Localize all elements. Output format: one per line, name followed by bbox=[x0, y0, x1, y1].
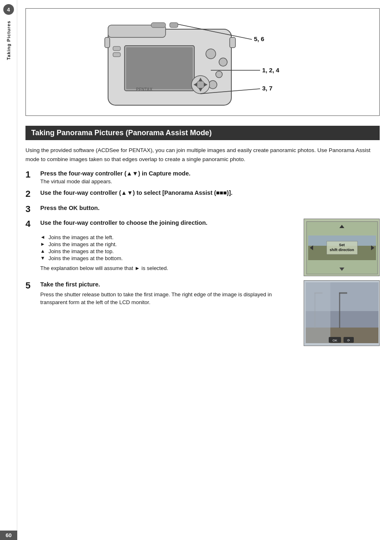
svg-text:Set: Set bbox=[339, 243, 345, 247]
svg-rect-14 bbox=[151, 23, 166, 28]
step-2-content: Use the four-way controller (▲▼) to sele… bbox=[40, 189, 380, 197]
step-5-container: 5 Take the first picture. Press the shut… bbox=[25, 280, 380, 346]
step-3-number: 3 bbox=[25, 204, 40, 215]
step-4-container: 4 Use the four-way controller to choose … bbox=[25, 219, 380, 276]
svg-point-4 bbox=[206, 49, 216, 59]
svg-point-6 bbox=[216, 71, 222, 78]
bullet-text-left: Joins the images at the left. bbox=[48, 234, 113, 240]
step-4-left: 4 Use the four-way controller to choose … bbox=[25, 219, 296, 272]
svg-text:1, 2, 4: 1, 2, 4 bbox=[262, 67, 279, 74]
step-5-number: 5 bbox=[25, 280, 40, 291]
step-4-number: 4 bbox=[25, 219, 40, 229]
sidebar: 4 Taking Pictures 60 bbox=[0, 0, 17, 540]
step-4: 4 Use the four-way controller to choose … bbox=[25, 219, 296, 229]
bullet-item-right: ► Joins the images at the right. bbox=[40, 241, 296, 248]
step-5-sub: Press the shutter release button to take… bbox=[40, 291, 296, 307]
step-5-left: 5 Take the first picture. Press the shut… bbox=[25, 280, 296, 310]
step-3: 3 Press the OK button. bbox=[25, 204, 380, 215]
svg-rect-3 bbox=[126, 47, 193, 89]
step-1-sub: The virtual mode dial appears. bbox=[40, 178, 380, 185]
step-2: 2 Use the four-way controller (▲▼) to se… bbox=[25, 189, 380, 199]
svg-rect-20 bbox=[230, 37, 235, 48]
camera-diagram: PENTAX 5, 6 1, 2, 4 3, 7 bbox=[25, 8, 380, 116]
arrow-down: ▼ bbox=[40, 255, 47, 261]
intro-text: Using the provided software (ACDSee for … bbox=[25, 146, 380, 164]
svg-text:shift direction: shift direction bbox=[330, 248, 354, 252]
svg-point-5 bbox=[219, 58, 227, 66]
step-4-image: Set shift direction bbox=[304, 219, 380, 276]
camera-svg-container: PENTAX 5, 6 1, 2, 4 3, 7 bbox=[34, 17, 371, 107]
arrow-right: ► bbox=[40, 241, 47, 247]
step-4-title: Use the four-way controller to choose th… bbox=[40, 219, 296, 227]
svg-text:PENTAX: PENTAX bbox=[136, 87, 152, 92]
nav-display-svg: Set shift direction bbox=[304, 219, 380, 276]
camera-illustration: PENTAX 5, 6 1, 2, 4 3, 7 bbox=[83, 17, 322, 107]
svg-text:3, 7: 3, 7 bbox=[262, 85, 272, 92]
svg-rect-19 bbox=[105, 37, 110, 48]
svg-point-7 bbox=[209, 81, 217, 89]
bullet-text-up: Joins the images at the top. bbox=[48, 248, 114, 254]
bullet-text-down: Joins the images at the bottom. bbox=[48, 255, 123, 261]
bullet-item-left: ◄ Joins the images at the left. bbox=[40, 234, 296, 241]
step-1-content: Press the four-way controller (▲▼) in Ca… bbox=[40, 169, 380, 185]
step-5: 5 Take the first picture. Press the shut… bbox=[25, 280, 296, 306]
landscape-photo-svg: OK ⟳ bbox=[304, 281, 380, 346]
svg-point-9 bbox=[196, 81, 205, 89]
step-3-title: Press the OK button. bbox=[40, 204, 380, 212]
svg-rect-48 bbox=[306, 282, 330, 343]
svg-rect-18 bbox=[113, 53, 120, 57]
step-1: 1 Press the four-way controller (▲▼) in … bbox=[25, 169, 380, 185]
svg-text:OK: OK bbox=[332, 339, 337, 342]
step-2-title: Use the four-way controller (▲▼) to sele… bbox=[40, 189, 380, 197]
bullet-list: ◄ Joins the images at the left. ► Joins … bbox=[40, 234, 296, 262]
chapter-label: Taking Pictures bbox=[6, 21, 11, 60]
bullet-text-right: Joins the images at the right. bbox=[48, 241, 117, 247]
svg-rect-44 bbox=[339, 293, 340, 328]
step-5-image: OK ⟳ bbox=[304, 280, 380, 346]
svg-text:⟳: ⟳ bbox=[347, 339, 350, 342]
explanation-text: The explanation below will assume that ►… bbox=[40, 264, 296, 272]
bullet-item-down: ▼ Joins the images at the bottom. bbox=[40, 255, 296, 262]
arrow-up: ▲ bbox=[40, 248, 47, 254]
chapter-number: 4 bbox=[3, 4, 14, 15]
main-content: PENTAX 5, 6 1, 2, 4 3, 7 Taking Pan bbox=[17, 0, 392, 540]
step-1-number: 1 bbox=[25, 169, 40, 180]
step-2-number: 2 bbox=[25, 189, 40, 199]
section-header: Taking Panorama Pictures (Panorama Assis… bbox=[25, 126, 380, 140]
arrow-left: ◄ bbox=[40, 234, 47, 240]
step-5-content: Take the first picture. Press the shutte… bbox=[40, 280, 296, 306]
svg-text:5, 6: 5, 6 bbox=[254, 35, 264, 42]
svg-rect-17 bbox=[113, 46, 120, 51]
step-1-title: Press the four-way controller (▲▼) in Ca… bbox=[40, 169, 380, 178]
step-3-content: Press the OK button. bbox=[40, 204, 380, 212]
svg-rect-15 bbox=[170, 23, 178, 28]
page-number: 60 bbox=[0, 531, 17, 540]
bullet-item-up: ▲ Joins the images at the top. bbox=[40, 248, 296, 255]
step-4-content: Use the four-way controller to choose th… bbox=[40, 219, 296, 227]
step-5-title: Take the first picture. bbox=[40, 280, 296, 288]
svg-rect-45 bbox=[339, 292, 347, 294]
